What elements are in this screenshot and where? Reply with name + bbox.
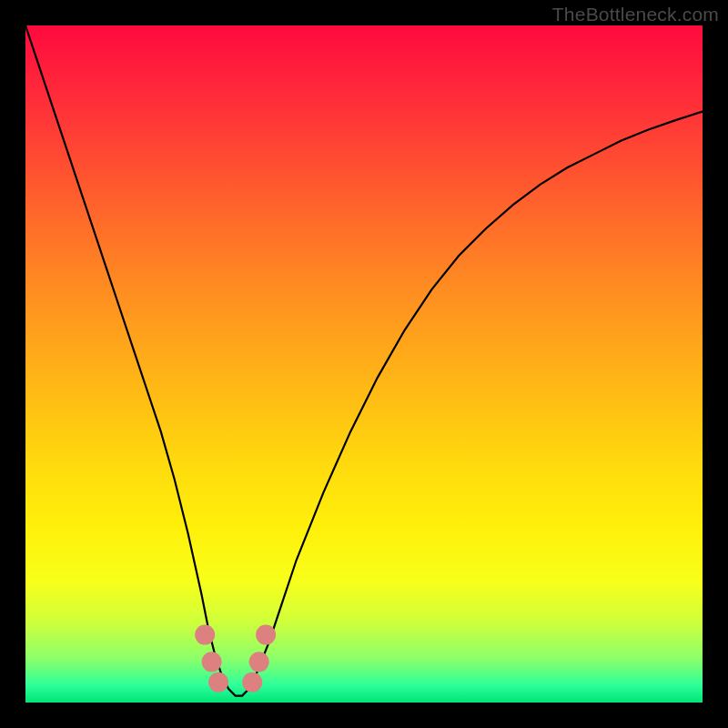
bottleneck-curve-svg	[25, 25, 703, 703]
watermark: TheBottleneck.com	[552, 4, 719, 25]
curve-marker	[195, 625, 215, 645]
curve-marker	[249, 652, 269, 672]
curve-marker	[202, 652, 222, 672]
plot-area	[25, 25, 703, 703]
curve-marker	[242, 672, 262, 693]
curve-marker	[256, 625, 276, 645]
bottleneck-curve	[25, 25, 703, 696]
curve-marker	[208, 672, 228, 693]
chart-frame: TheBottleneck.com	[0, 0, 728, 728]
curve-markers	[195, 625, 276, 693]
